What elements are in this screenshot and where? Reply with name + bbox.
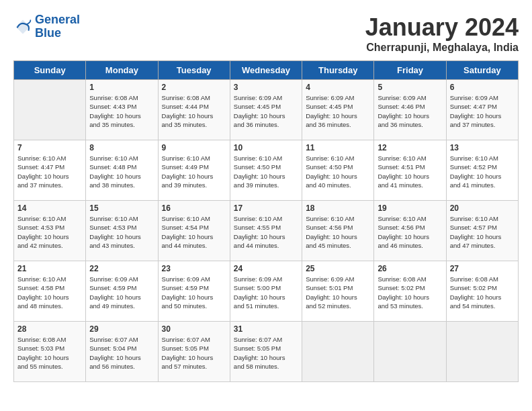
day-header-thursday: Thursday	[302, 61, 374, 80]
calendar-cell: 18Sunrise: 6:10 AM Sunset: 4:56 PM Dayli…	[302, 201, 374, 261]
day-number: 11	[306, 143, 370, 152]
calendar-cell: 21Sunrise: 6:10 AM Sunset: 4:58 PM Dayli…	[14, 261, 86, 322]
page-header: General Blue January 2024 Cherrapunji, M…	[13, 13, 519, 54]
day-info: Sunrise: 6:07 AM Sunset: 5:05 PM Dayligh…	[234, 335, 298, 371]
calendar-cell: 16Sunrise: 6:10 AM Sunset: 4:54 PM Dayli…	[158, 201, 230, 261]
day-number: 25	[306, 264, 370, 273]
day-number: 22	[89, 264, 154, 273]
calendar-cell	[446, 322, 518, 382]
day-info: Sunrise: 6:10 AM Sunset: 4:56 PM Dayligh…	[378, 214, 442, 250]
day-info: Sunrise: 6:10 AM Sunset: 4:54 PM Dayligh…	[162, 214, 226, 250]
day-number: 5	[378, 83, 442, 92]
calendar-cell: 17Sunrise: 6:10 AM Sunset: 4:55 PM Dayli…	[230, 201, 302, 261]
calendar-cell: 24Sunrise: 6:09 AM Sunset: 5:00 PM Dayli…	[230, 261, 302, 322]
calendar-cell: 20Sunrise: 6:10 AM Sunset: 4:57 PM Dayli…	[446, 201, 518, 261]
calendar-cell: 28Sunrise: 6:08 AM Sunset: 5:03 PM Dayli…	[14, 322, 86, 382]
day-number: 30	[162, 324, 226, 334]
day-header-tuesday: Tuesday	[158, 61, 230, 80]
day-info: Sunrise: 6:10 AM Sunset: 4:50 PM Dayligh…	[234, 154, 298, 189]
week-row-2: 7Sunrise: 6:10 AM Sunset: 4:47 PM Daylig…	[14, 140, 519, 201]
week-row-5: 28Sunrise: 6:08 AM Sunset: 5:03 PM Dayli…	[14, 322, 519, 382]
week-row-1: 1Sunrise: 6:08 AM Sunset: 4:43 PM Daylig…	[14, 80, 519, 140]
day-number: 1	[89, 83, 154, 92]
day-info: Sunrise: 6:10 AM Sunset: 4:50 PM Dayligh…	[306, 154, 370, 189]
calendar-cell: 27Sunrise: 6:08 AM Sunset: 5:02 PM Dayli…	[446, 261, 518, 322]
calendar-cell: 15Sunrise: 6:10 AM Sunset: 4:53 PM Dayli…	[86, 201, 158, 261]
calendar-cell: 13Sunrise: 6:10 AM Sunset: 4:52 PM Dayli…	[446, 140, 518, 201]
day-info: Sunrise: 6:10 AM Sunset: 4:49 PM Dayligh…	[162, 154, 226, 189]
day-info: Sunrise: 6:09 AM Sunset: 4:45 PM Dayligh…	[234, 93, 298, 129]
calendar-cell: 11Sunrise: 6:10 AM Sunset: 4:50 PM Dayli…	[302, 140, 374, 201]
calendar-cell: 5Sunrise: 6:09 AM Sunset: 4:46 PM Daylig…	[374, 80, 446, 140]
day-number: 29	[89, 324, 154, 334]
month-title: January 2024	[365, 13, 519, 42]
calendar-cell: 14Sunrise: 6:10 AM Sunset: 4:53 PM Dayli…	[14, 201, 86, 261]
day-info: Sunrise: 6:10 AM Sunset: 4:53 PM Dayligh…	[89, 214, 154, 250]
calendar-header-row: SundayMondayTuesdayWednesdayThursdayFrid…	[14, 61, 519, 80]
calendar-cell: 8Sunrise: 6:10 AM Sunset: 4:48 PM Daylig…	[86, 140, 158, 201]
day-info: Sunrise: 6:09 AM Sunset: 5:01 PM Dayligh…	[306, 275, 370, 310]
day-info: Sunrise: 6:08 AM Sunset: 4:44 PM Dayligh…	[162, 93, 226, 129]
day-info: Sunrise: 6:08 AM Sunset: 5:02 PM Dayligh…	[450, 275, 515, 310]
day-info: Sunrise: 6:09 AM Sunset: 5:00 PM Dayligh…	[234, 275, 298, 310]
calendar-cell: 1Sunrise: 6:08 AM Sunset: 4:43 PM Daylig…	[86, 80, 158, 140]
day-number: 24	[234, 264, 298, 273]
day-number: 6	[450, 83, 515, 92]
calendar-cell	[14, 80, 86, 140]
day-info: Sunrise: 6:08 AM Sunset: 5:03 PM Dayligh…	[17, 335, 82, 371]
day-info: Sunrise: 6:09 AM Sunset: 4:47 PM Dayligh…	[450, 93, 515, 129]
day-number: 18	[306, 203, 370, 213]
calendar-cell: 12Sunrise: 6:10 AM Sunset: 4:51 PM Dayli…	[374, 140, 446, 201]
day-info: Sunrise: 6:07 AM Sunset: 5:05 PM Dayligh…	[162, 335, 226, 371]
day-info: Sunrise: 6:08 AM Sunset: 5:02 PM Dayligh…	[378, 275, 442, 310]
location-title: Cherrapunji, Meghalaya, India	[365, 42, 519, 54]
day-info: Sunrise: 6:10 AM Sunset: 4:56 PM Dayligh…	[306, 214, 370, 250]
day-number: 7	[17, 143, 82, 152]
day-info: Sunrise: 6:10 AM Sunset: 4:57 PM Dayligh…	[450, 214, 515, 250]
day-info: Sunrise: 6:09 AM Sunset: 4:59 PM Dayligh…	[89, 275, 154, 310]
day-info: Sunrise: 6:10 AM Sunset: 4:58 PM Dayligh…	[17, 275, 82, 310]
day-info: Sunrise: 6:10 AM Sunset: 4:48 PM Dayligh…	[89, 154, 154, 189]
day-info: Sunrise: 6:09 AM Sunset: 4:46 PM Dayligh…	[378, 93, 442, 129]
day-number: 27	[450, 264, 515, 273]
calendar-cell: 31Sunrise: 6:07 AM Sunset: 5:05 PM Dayli…	[230, 322, 302, 382]
calendar-cell	[302, 322, 374, 382]
day-number: 13	[450, 143, 515, 152]
calendar-cell: 6Sunrise: 6:09 AM Sunset: 4:47 PM Daylig…	[446, 80, 518, 140]
day-header-friday: Friday	[374, 61, 446, 80]
calendar-cell: 2Sunrise: 6:08 AM Sunset: 4:44 PM Daylig…	[158, 80, 230, 140]
logo: General Blue	[13, 13, 80, 40]
day-number: 3	[234, 83, 298, 92]
week-row-3: 14Sunrise: 6:10 AM Sunset: 4:53 PM Dayli…	[14, 201, 519, 261]
day-header-monday: Monday	[86, 61, 158, 80]
calendar-cell: 29Sunrise: 6:07 AM Sunset: 5:04 PM Dayli…	[86, 322, 158, 382]
day-number: 21	[17, 264, 82, 273]
day-number: 17	[234, 203, 298, 213]
calendar-table: SundayMondayTuesdayWednesdayThursdayFrid…	[13, 60, 519, 382]
calendar-cell: 9Sunrise: 6:10 AM Sunset: 4:49 PM Daylig…	[158, 140, 230, 201]
title-block: January 2024 Cherrapunji, Meghalaya, Ind…	[365, 13, 519, 54]
calendar-cell: 26Sunrise: 6:08 AM Sunset: 5:02 PM Dayli…	[374, 261, 446, 322]
day-number: 31	[234, 324, 298, 334]
calendar-cell: 22Sunrise: 6:09 AM Sunset: 4:59 PM Dayli…	[86, 261, 158, 322]
day-number: 10	[234, 143, 298, 152]
day-number: 15	[89, 203, 154, 213]
day-info: Sunrise: 6:09 AM Sunset: 4:59 PM Dayligh…	[162, 275, 226, 310]
day-number: 4	[306, 83, 370, 92]
calendar-cell: 3Sunrise: 6:09 AM Sunset: 4:45 PM Daylig…	[230, 80, 302, 140]
day-number: 14	[17, 203, 82, 213]
day-info: Sunrise: 6:09 AM Sunset: 4:45 PM Dayligh…	[306, 93, 370, 129]
calendar-cell: 25Sunrise: 6:09 AM Sunset: 5:01 PM Dayli…	[302, 261, 374, 322]
day-number: 9	[162, 143, 226, 152]
day-info: Sunrise: 6:10 AM Sunset: 4:47 PM Dayligh…	[17, 154, 82, 189]
day-info: Sunrise: 6:07 AM Sunset: 5:04 PM Dayligh…	[89, 335, 154, 371]
day-info: Sunrise: 6:10 AM Sunset: 4:52 PM Dayligh…	[450, 154, 515, 189]
day-number: 8	[89, 143, 154, 152]
day-info: Sunrise: 6:08 AM Sunset: 4:43 PM Dayligh…	[89, 93, 154, 129]
calendar-cell: 10Sunrise: 6:10 AM Sunset: 4:50 PM Dayli…	[230, 140, 302, 201]
day-number: 16	[162, 203, 226, 213]
day-info: Sunrise: 6:10 AM Sunset: 4:53 PM Dayligh…	[17, 214, 82, 250]
day-number: 12	[378, 143, 442, 152]
calendar-cell: 30Sunrise: 6:07 AM Sunset: 5:05 PM Dayli…	[158, 322, 230, 382]
logo-icon	[13, 17, 32, 36]
